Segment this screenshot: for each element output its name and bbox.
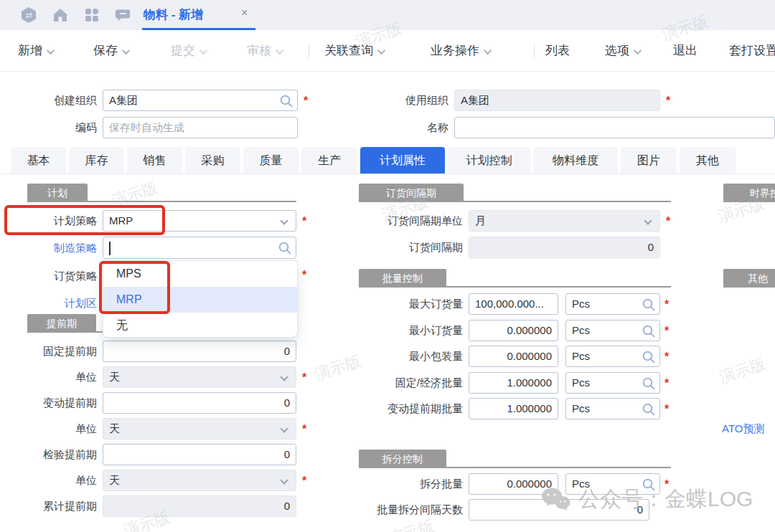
chevron-down-icon bbox=[634, 46, 642, 54]
demo-watermark: 演示版 bbox=[717, 353, 769, 389]
chevron-down-icon bbox=[644, 217, 652, 224]
tab-sales[interactable]: 销售 bbox=[127, 147, 182, 174]
tab-production[interactable]: 生产 bbox=[301, 147, 357, 174]
plan-area-label[interactable]: 计划区 bbox=[7, 293, 97, 314]
tab-quality[interactable]: 质量 bbox=[243, 147, 299, 174]
dropdown-option-none[interactable]: 无 bbox=[103, 313, 297, 338]
tab-material-dimension[interactable]: 物料维度 bbox=[533, 147, 618, 174]
section-other: 其他 bbox=[723, 269, 775, 288]
kingdee-logo-icon[interactable]: ⇄ bbox=[20, 6, 37, 24]
name-input[interactable] bbox=[461, 118, 769, 137]
svg-text:⇄: ⇄ bbox=[25, 11, 32, 19]
min-pack-qty-field[interactable]: 0.000000 bbox=[469, 346, 558, 367]
split-batch-label: 拆分批量 bbox=[327, 473, 463, 495]
required-asterisk: * bbox=[302, 264, 306, 285]
fixed-leadtime-field[interactable]: 0 bbox=[103, 341, 296, 362]
ato-forecast-link[interactable]: ATO预测 bbox=[722, 422, 764, 436]
fixed-leadtime-label: 固定提前期 bbox=[7, 341, 97, 362]
tab-inventory[interactable]: 库存 bbox=[69, 147, 124, 174]
menu-print-setup[interactable]: 套打设置 bbox=[729, 30, 775, 72]
message-icon[interactable] bbox=[114, 6, 131, 24]
home-icon[interactable] bbox=[52, 6, 69, 24]
required-asterisk: * bbox=[664, 473, 669, 495]
chevron-down-icon bbox=[280, 476, 288, 484]
chevron-down-icon bbox=[280, 217, 288, 224]
tab-plan-control[interactable]: 计划控制 bbox=[448, 147, 530, 174]
min-order-qty-field[interactable]: 0.000000 bbox=[469, 320, 558, 341]
max-order-qty-unit-field[interactable]: Pcs bbox=[565, 293, 660, 315]
code-input[interactable] bbox=[109, 118, 291, 137]
menu-audit[interactable]: 审核 bbox=[247, 30, 283, 72]
tab-plan-attributes[interactable]: 计划属性 bbox=[360, 147, 445, 174]
tab-basic[interactable]: 基本 bbox=[11, 147, 66, 174]
fixed-economic-batch-label: 固定/经济批量 bbox=[327, 372, 463, 394]
mfg-strategy-search-input[interactable] bbox=[103, 237, 296, 259]
search-icon[interactable] bbox=[642, 478, 656, 492]
search-icon[interactable] bbox=[642, 376, 656, 391]
close-icon[interactable]: × bbox=[241, 6, 248, 19]
menu-business-ops[interactable]: 业务操作 bbox=[431, 30, 492, 72]
var-leadtime-batch-field[interactable]: 1.000000 bbox=[469, 398, 558, 419]
min-pack-qty-unit-field[interactable]: Pcs bbox=[565, 346, 660, 367]
text-cursor bbox=[109, 242, 111, 255]
cum-leadtime-label: 累计提前期 bbox=[7, 495, 97, 517]
use-org-field: A集团 bbox=[454, 90, 660, 111]
chevron-down-icon bbox=[199, 46, 207, 54]
order-strategy-label: 订货策略 bbox=[7, 265, 97, 287]
top-bar: ⇄ 物料 - 新增 × bbox=[0, 0, 775, 30]
max-order-qty-field[interactable]: 100,000.000... bbox=[469, 293, 558, 315]
search-icon[interactable] bbox=[642, 298, 656, 312]
plan-strategy-combo[interactable]: MRP bbox=[103, 210, 296, 232]
menu-separator bbox=[534, 44, 535, 57]
search-icon[interactable] bbox=[642, 324, 656, 338]
use-org-label: 使用组织 bbox=[359, 90, 448, 111]
split-interval-days-field[interactable]: 0 bbox=[469, 499, 649, 521]
split-batch-unit-field[interactable]: Pcs bbox=[565, 473, 660, 495]
menu-submit[interactable]: 提交 bbox=[171, 30, 207, 72]
inspect-leadtime-field[interactable]: 0 bbox=[103, 444, 296, 465]
max-order-qty-label: 最大订货量 bbox=[327, 293, 463, 315]
chevron-down-icon bbox=[280, 424, 288, 432]
fixed-economic-batch-field[interactable]: 1.000000 bbox=[469, 372, 558, 394]
required-asterisk: * bbox=[664, 320, 669, 341]
required-asterisk: * bbox=[664, 293, 669, 315]
menu-new[interactable]: 新增 bbox=[18, 30, 55, 72]
tab-other[interactable]: 其他 bbox=[680, 147, 736, 174]
required-asterisk: * bbox=[666, 90, 670, 111]
section-split-control: 拆分控制 bbox=[359, 450, 446, 468]
menu-related-query[interactable]: 关联查询 bbox=[324, 30, 385, 72]
min-order-qty-unit-field[interactable]: Pcs bbox=[565, 320, 660, 341]
window-tab-title[interactable]: 物料 - 新增 bbox=[144, 6, 203, 23]
tab-picture[interactable]: 图片 bbox=[621, 147, 677, 174]
split-batch-field[interactable]: 0.000000 bbox=[469, 473, 558, 495]
min-order-qty-label: 最小订货量 bbox=[327, 320, 463, 341]
var-leadtime-label: 变动提前期 bbox=[7, 392, 97, 414]
search-icon[interactable] bbox=[279, 94, 293, 108]
create-org-label: 创建组织 bbox=[7, 90, 97, 111]
required-asterisk: * bbox=[302, 210, 306, 232]
mfg-strategy-label[interactable]: 制造策略 bbox=[7, 237, 97, 259]
var-leadtime-batch-label: 变动提前期批量 bbox=[327, 398, 463, 419]
name-field[interactable] bbox=[454, 117, 775, 138]
code-label: 编码 bbox=[7, 117, 97, 138]
var-leadtime-field[interactable]: 0 bbox=[103, 392, 296, 414]
chevron-down-icon bbox=[377, 46, 385, 54]
menu-list[interactable]: 列表 bbox=[545, 30, 570, 72]
search-icon[interactable] bbox=[278, 241, 292, 255]
tab-purchase[interactable]: 采购 bbox=[185, 147, 240, 174]
inspect-leadtime-label: 检验提前期 bbox=[7, 444, 97, 465]
dropdown-option-mps[interactable]: MPS bbox=[103, 261, 297, 287]
order-interval-field: 0 bbox=[469, 237, 660, 258]
create-org-field[interactable]: A集团 bbox=[103, 90, 298, 111]
menu-options[interactable]: 选项 bbox=[605, 30, 642, 72]
search-icon[interactable] bbox=[642, 350, 656, 364]
menu-save[interactable]: 保存 bbox=[93, 30, 130, 72]
dropdown-option-mrp[interactable]: MRP bbox=[103, 287, 297, 313]
apps-grid-icon[interactable] bbox=[83, 6, 100, 24]
fixed-economic-batch-unit-field[interactable]: Pcs bbox=[565, 372, 660, 394]
code-field[interactable] bbox=[103, 117, 298, 138]
var-leadtime-batch-unit-field[interactable]: Pcs bbox=[565, 398, 660, 419]
unit-label: 单位 bbox=[7, 470, 97, 491]
menu-exit[interactable]: 退出 bbox=[673, 30, 698, 72]
search-icon[interactable] bbox=[642, 402, 656, 417]
